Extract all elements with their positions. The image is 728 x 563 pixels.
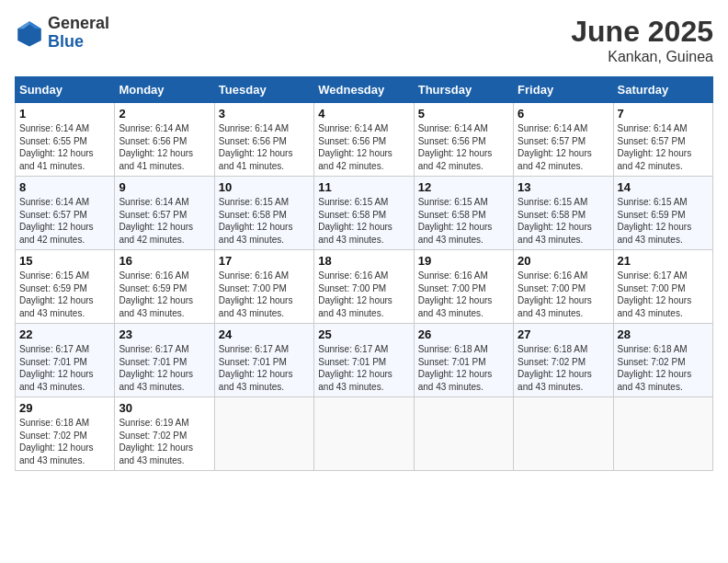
table-row: 4 Sunrise: 6:14 AM Sunset: 6:56 PM Dayli…: [314, 103, 414, 177]
day-number: 17: [219, 254, 310, 268]
table-row: 21 Sunrise: 6:17 AM Sunset: 7:00 PM Dayl…: [613, 250, 712, 324]
day-number: 21: [618, 254, 709, 268]
day-info: Sunrise: 6:15 AM Sunset: 6:58 PM Dayligh…: [418, 196, 509, 246]
table-row: 3 Sunrise: 6:14 AM Sunset: 6:56 PM Dayli…: [214, 103, 313, 177]
day-info: Sunrise: 6:16 AM Sunset: 7:00 PM Dayligh…: [518, 270, 609, 319]
day-info: Sunrise: 6:14 AM Sunset: 6:56 PM Dayligh…: [119, 122, 210, 172]
table-row: 7 Sunrise: 6:14 AM Sunset: 6:57 PM Dayli…: [613, 103, 712, 177]
day-number: 5: [418, 107, 509, 121]
table-row: 29 Sunrise: 6:18 AM Sunset: 7:02 PM Dayl…: [16, 397, 115, 471]
day-info: Sunrise: 6:14 AM Sunset: 6:57 PM Dayligh…: [19, 196, 110, 246]
day-number: 14: [618, 180, 709, 194]
col-wednesday: Wednesday: [314, 77, 414, 103]
table-row: 9 Sunrise: 6:14 AM Sunset: 6:57 PM Dayli…: [115, 177, 214, 250]
table-row: 24 Sunrise: 6:17 AM Sunset: 7:01 PM Dayl…: [214, 324, 313, 397]
day-info: Sunrise: 6:15 AM Sunset: 6:59 PM Dayligh…: [19, 270, 110, 319]
table-row: [514, 397, 613, 471]
day-info: Sunrise: 6:16 AM Sunset: 7:00 PM Dayligh…: [318, 270, 409, 319]
day-number: 25: [318, 327, 409, 341]
table-row: 27 Sunrise: 6:18 AM Sunset: 7:02 PM Dayl…: [514, 324, 613, 397]
logo: General Blue: [15, 15, 109, 52]
table-row: 16 Sunrise: 6:16 AM Sunset: 6:59 PM Dayl…: [115, 250, 214, 324]
day-number: 3: [219, 107, 310, 121]
day-info: Sunrise: 6:18 AM Sunset: 7:02 PM Dayligh…: [518, 343, 609, 393]
day-number: 26: [418, 327, 509, 341]
day-info: Sunrise: 6:14 AM Sunset: 6:57 PM Dayligh…: [618, 122, 709, 172]
table-row: 14 Sunrise: 6:15 AM Sunset: 6:59 PM Dayl…: [613, 177, 712, 250]
day-number: 29: [19, 401, 110, 415]
table-row: 13 Sunrise: 6:15 AM Sunset: 6:58 PM Dayl…: [514, 177, 613, 250]
day-number: 18: [318, 254, 409, 268]
day-number: 19: [418, 254, 509, 268]
day-info: Sunrise: 6:14 AM Sunset: 6:55 PM Dayligh…: [19, 122, 110, 172]
table-row: 25 Sunrise: 6:17 AM Sunset: 7:01 PM Dayl…: [314, 324, 414, 397]
day-info: Sunrise: 6:16 AM Sunset: 7:00 PM Dayligh…: [418, 270, 509, 319]
table-row: 11 Sunrise: 6:15 AM Sunset: 6:58 PM Dayl…: [314, 177, 414, 250]
day-info: Sunrise: 6:16 AM Sunset: 7:00 PM Dayligh…: [219, 270, 310, 319]
calendar-week-row: 8 Sunrise: 6:14 AM Sunset: 6:57 PM Dayli…: [16, 177, 713, 250]
day-number: 28: [618, 327, 709, 341]
day-info: Sunrise: 6:17 AM Sunset: 7:00 PM Dayligh…: [618, 270, 709, 319]
calendar-week-row: 1 Sunrise: 6:14 AM Sunset: 6:55 PM Dayli…: [16, 103, 713, 177]
logo-blue-text: Blue: [48, 33, 109, 52]
day-info: Sunrise: 6:17 AM Sunset: 7:01 PM Dayligh…: [219, 343, 310, 393]
col-sunday: Sunday: [16, 77, 115, 103]
day-info: Sunrise: 6:17 AM Sunset: 7:01 PM Dayligh…: [318, 343, 409, 393]
table-row: 18 Sunrise: 6:16 AM Sunset: 7:00 PM Dayl…: [314, 250, 414, 324]
day-number: 12: [418, 180, 509, 194]
day-info: Sunrise: 6:18 AM Sunset: 7:02 PM Dayligh…: [618, 343, 709, 393]
calendar-week-row: 15 Sunrise: 6:15 AM Sunset: 6:59 PM Dayl…: [16, 250, 713, 324]
day-info: Sunrise: 6:18 AM Sunset: 7:02 PM Dayligh…: [19, 417, 110, 466]
day-number: 10: [219, 180, 310, 194]
day-info: Sunrise: 6:14 AM Sunset: 6:56 PM Dayligh…: [418, 122, 509, 172]
day-info: Sunrise: 6:14 AM Sunset: 6:56 PM Dayligh…: [318, 122, 409, 172]
logo-general-text: General: [48, 15, 109, 33]
day-number: 11: [318, 180, 409, 194]
table-row: 30 Sunrise: 6:19 AM Sunset: 7:02 PM Dayl…: [115, 397, 214, 471]
calendar-week-row: 22 Sunrise: 6:17 AM Sunset: 7:01 PM Dayl…: [16, 324, 713, 397]
day-number: 6: [518, 107, 609, 121]
day-info: Sunrise: 6:15 AM Sunset: 6:59 PM Dayligh…: [618, 196, 709, 246]
day-info: Sunrise: 6:15 AM Sunset: 6:58 PM Dayligh…: [318, 196, 409, 246]
day-info: Sunrise: 6:14 AM Sunset: 6:56 PM Dayligh…: [219, 122, 310, 172]
day-number: 1: [19, 107, 110, 121]
svg-marker-0: [17, 21, 41, 46]
table-row: 1 Sunrise: 6:14 AM Sunset: 6:55 PM Dayli…: [16, 103, 115, 177]
col-saturday: Saturday: [613, 77, 712, 103]
day-number: 4: [318, 107, 409, 121]
table-row: [214, 397, 313, 471]
logo-icon: [15, 18, 44, 48]
table-row: [414, 397, 513, 471]
day-number: 8: [19, 180, 110, 194]
table-row: [314, 397, 414, 471]
col-monday: Monday: [115, 77, 214, 103]
table-row: 5 Sunrise: 6:14 AM Sunset: 6:56 PM Dayli…: [414, 103, 513, 177]
table-row: 28 Sunrise: 6:18 AM Sunset: 7:02 PM Dayl…: [613, 324, 712, 397]
day-number: 27: [518, 327, 609, 341]
day-info: Sunrise: 6:15 AM Sunset: 6:58 PM Dayligh…: [219, 196, 310, 246]
table-row: [613, 397, 712, 471]
table-row: 26 Sunrise: 6:18 AM Sunset: 7:01 PM Dayl…: [414, 324, 513, 397]
day-number: 24: [219, 327, 310, 341]
month-title: June 2025: [571, 15, 713, 49]
table-row: 15 Sunrise: 6:15 AM Sunset: 6:59 PM Dayl…: [16, 250, 115, 324]
day-number: 20: [518, 254, 609, 268]
day-info: Sunrise: 6:14 AM Sunset: 6:57 PM Dayligh…: [518, 122, 609, 172]
col-thursday: Thursday: [414, 77, 513, 103]
day-number: 23: [119, 327, 210, 341]
col-friday: Friday: [514, 77, 613, 103]
day-number: 2: [119, 107, 210, 121]
calendar-table: Sunday Monday Tuesday Wednesday Thursday…: [15, 76, 713, 471]
table-row: 17 Sunrise: 6:16 AM Sunset: 7:00 PM Dayl…: [214, 250, 313, 324]
page-header: General Blue June 2025 Kankan, Guinea: [15, 15, 713, 65]
day-info: Sunrise: 6:17 AM Sunset: 7:01 PM Dayligh…: [119, 343, 210, 393]
calendar-header-row: Sunday Monday Tuesday Wednesday Thursday…: [16, 77, 713, 103]
location-title: Kankan, Guinea: [571, 49, 713, 65]
day-info: Sunrise: 6:18 AM Sunset: 7:01 PM Dayligh…: [418, 343, 509, 393]
table-row: 23 Sunrise: 6:17 AM Sunset: 7:01 PM Dayl…: [115, 324, 214, 397]
day-number: 9: [119, 180, 210, 194]
calendar-week-row: 29 Sunrise: 6:18 AM Sunset: 7:02 PM Dayl…: [16, 397, 713, 471]
table-row: 2 Sunrise: 6:14 AM Sunset: 6:56 PM Dayli…: [115, 103, 214, 177]
day-number: 7: [618, 107, 709, 121]
day-info: Sunrise: 6:17 AM Sunset: 7:01 PM Dayligh…: [19, 343, 110, 393]
